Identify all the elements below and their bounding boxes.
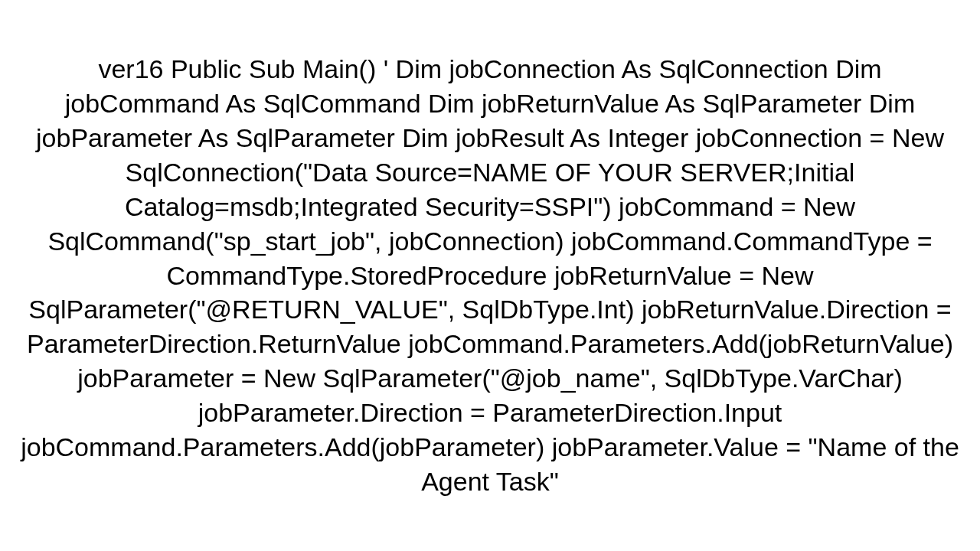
code-text-block: ver16 Public Sub Main() ' Dim jobConnect… (19, 52, 961, 498)
